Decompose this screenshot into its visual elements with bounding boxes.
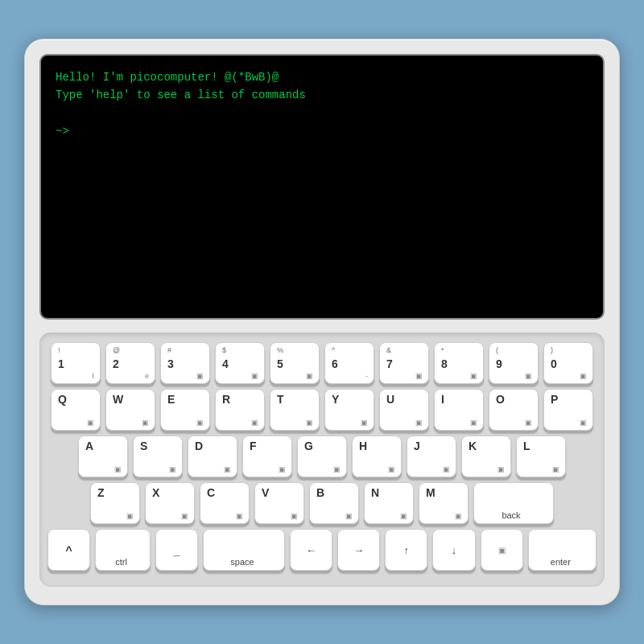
key-2[interactable]: @ 2 e	[105, 342, 155, 384]
key-0[interactable]: ) 0 ▣	[543, 342, 593, 384]
key-a[interactable]: A ▣	[78, 436, 128, 477]
key-x[interactable]: X ▣	[145, 482, 195, 524]
key-m[interactable]: M ▣	[419, 482, 469, 524]
key-tilde[interactable]: ^	[47, 529, 90, 571]
key-n[interactable]: N ▣	[364, 482, 414, 524]
key-underscore[interactable]: _	[155, 529, 198, 571]
key-l[interactable]: L ▣	[516, 436, 566, 477]
key-e[interactable]: E ▣	[160, 389, 210, 431]
key-3[interactable]: # 3 ▣	[160, 342, 210, 384]
key-u[interactable]: U ▣	[379, 389, 429, 431]
zxcv-row: Z ▣ X ▣ C ▣ V ▣ B ▣ N ▣	[47, 482, 597, 524]
key-7[interactable]: & 7 ▣	[379, 342, 429, 384]
asdf-row: A ▣ S ▣ D ▣ F ▣ G ▣ H ▣	[47, 436, 597, 477]
key-v[interactable]: V ▣	[254, 482, 304, 524]
key-8[interactable]: * 8 ▣	[434, 342, 484, 384]
key-q[interactable]: Q ▣	[51, 389, 101, 431]
key-4[interactable]: $ 4 ▣	[215, 342, 265, 384]
key-y[interactable]: Y ▣	[324, 389, 374, 431]
keyboard: ! 1 t @ 2 e # 3 ▣ $ 4 ▣ % 5 ▣	[39, 332, 605, 587]
key-w[interactable]: W ▣	[105, 389, 155, 431]
enter-key[interactable]: enter	[528, 529, 597, 571]
key-r[interactable]: R ▣	[215, 389, 265, 431]
bottom-row: ^ ctrl _ space ← → ↑ ↓ ▣	[47, 529, 597, 571]
key-o[interactable]: O ▣	[489, 389, 539, 431]
space-key[interactable]: space	[203, 529, 285, 571]
terminal-output: Hello! I'm picocomputer! @(*BwB)@ Type '…	[56, 68, 588, 141]
arrow-right-key[interactable]: →	[337, 529, 380, 571]
arrow-left-key[interactable]: ←	[290, 529, 332, 571]
backspace-key[interactable]: back	[473, 482, 554, 524]
key-9[interactable]: ( 9 ▣	[489, 342, 539, 384]
key-t[interactable]: T ▣	[270, 389, 320, 431]
key-p[interactable]: P ▣	[543, 389, 593, 431]
arrow-up-key[interactable]: ↑	[385, 529, 427, 571]
key-g[interactable]: G ▣	[297, 436, 347, 477]
key-z[interactable]: Z ▣	[90, 482, 140, 524]
number-row: ! 1 t @ 2 e # 3 ▣ $ 4 ▣ % 5 ▣	[47, 342, 597, 384]
arrow-down-key[interactable]: ↓	[432, 529, 475, 571]
key-k[interactable]: K ▣	[461, 436, 511, 477]
terminal-screen: Hello! I'm picocomputer! @(*BwB)@ Type '…	[39, 54, 605, 320]
key-6[interactable]: ^ 6 -	[324, 342, 374, 384]
ctrl-key[interactable]: ctrl	[95, 529, 151, 571]
key-1[interactable]: ! 1 t	[51, 342, 101, 384]
key-j[interactable]: J ▣	[407, 436, 456, 477]
key-fn[interactable]: ▣	[481, 529, 523, 571]
key-f[interactable]: F ▣	[242, 436, 292, 477]
key-b[interactable]: B ▣	[309, 482, 359, 524]
key-i[interactable]: I ▣	[434, 389, 484, 431]
key-d[interactable]: D ▣	[188, 436, 237, 477]
qwerty-row: Q ▣ W ▣ E ▣ R ▣ T ▣ Y ▣	[47, 389, 597, 431]
device-container: Hello! I'm picocomputer! @(*BwB)@ Type '…	[24, 39, 620, 605]
key-h[interactable]: H ▣	[352, 436, 402, 477]
key-s[interactable]: S ▣	[133, 436, 183, 477]
key-c[interactable]: C ▣	[200, 482, 250, 524]
key-5[interactable]: % 5 ▣	[270, 342, 320, 384]
